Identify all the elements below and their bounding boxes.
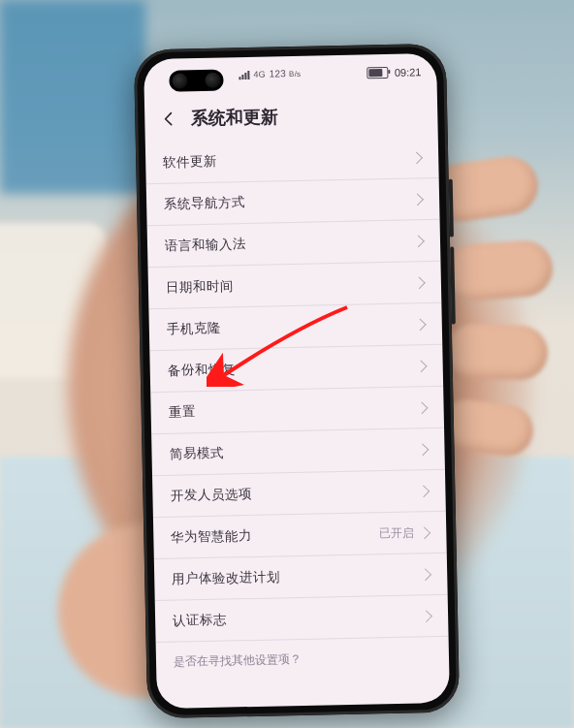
- chevron-right-icon: [418, 485, 430, 497]
- phone-frame: 4G 123 B/s 09:21 系统和更新: [134, 44, 460, 719]
- settings-item-label: 日期和时间: [166, 277, 234, 296]
- settings-item-label: 简易模式: [169, 445, 223, 463]
- status-left: 4G 123 B/s: [239, 68, 301, 79]
- chevron-right-icon: [411, 193, 424, 206]
- settings-item-phone-clone[interactable]: 手机克隆: [148, 303, 442, 351]
- battery-icon: [367, 67, 389, 79]
- chevron-right-icon: [414, 318, 427, 331]
- status-net-speed: 123 B/s: [270, 68, 302, 79]
- chevron-right-icon: [419, 568, 431, 581]
- settings-item-label: 手机克隆: [167, 320, 221, 338]
- settings-list: 软件更新 系统导航方式 语言和输入法 日期和时间 手机克隆: [145, 137, 450, 709]
- chevron-right-icon: [420, 610, 432, 622]
- settings-item-label: 认证标志: [173, 612, 227, 630]
- chevron-right-icon: [413, 276, 426, 289]
- status-time: 09:21: [395, 66, 422, 79]
- chevron-right-icon: [412, 235, 425, 247]
- chevron-right-icon: [418, 526, 430, 539]
- signal-icon: [239, 69, 249, 79]
- chevron-right-icon: [410, 151, 423, 164]
- settings-item-value: 已开启: [379, 524, 414, 542]
- settings-item-software-update[interactable]: 软件更新: [145, 137, 439, 184]
- settings-item-label: 系统导航方式: [164, 194, 245, 213]
- settings-item-user-experience[interactable]: 用户体验改进计划: [154, 554, 448, 601]
- background-block: [0, 0, 145, 194]
- chevron-right-icon: [417, 443, 430, 456]
- settings-item-date-time[interactable]: 日期和时间: [148, 262, 442, 309]
- settings-item-backup-restore[interactable]: 备份和恢复: [149, 345, 443, 393]
- photo-scene: 4G 123 B/s 09:21 系统和更新: [0, 0, 574, 728]
- settings-item-language-input[interactable]: 语言和输入法: [147, 220, 441, 268]
- page-title: 系统和更新: [191, 105, 278, 130]
- finger: [444, 238, 555, 302]
- settings-item-label: 备份和恢复: [168, 361, 236, 379]
- settings-item-label: 华为智慧能力: [171, 527, 252, 547]
- chevron-right-icon: [415, 360, 428, 372]
- camera-cutout: [169, 70, 223, 92]
- settings-item-label: 用户体验改进计划: [172, 568, 280, 587]
- back-icon[interactable]: [158, 108, 179, 129]
- finger: [445, 323, 549, 381]
- settings-item-cert-logo[interactable]: 认证标志: [155, 595, 449, 643]
- settings-item-simple-mode[interactable]: 简易模式: [151, 428, 445, 476]
- settings-item-label: 开发人员选项: [170, 486, 251, 505]
- app-header: 系统和更新: [144, 92, 438, 141]
- settings-item-label: 语言和输入法: [165, 236, 246, 255]
- settings-item-navigation[interactable]: 系统导航方式: [146, 178, 440, 226]
- settings-item-label: 软件更新: [163, 153, 217, 172]
- settings-item-developer-options[interactable]: 开发人员选项: [152, 470, 446, 518]
- phone-screen: 4G 123 B/s 09:21 系统和更新: [144, 53, 450, 709]
- settings-item-label: 重置: [168, 403, 195, 422]
- settings-item-smart-abilities[interactable]: 华为智慧能力 已开启: [153, 512, 447, 559]
- search-other-settings-hint[interactable]: 是否在寻找其他设置项？: [156, 637, 450, 688]
- chevron-right-icon: [416, 401, 429, 414]
- settings-item-reset[interactable]: 重置: [150, 387, 444, 434]
